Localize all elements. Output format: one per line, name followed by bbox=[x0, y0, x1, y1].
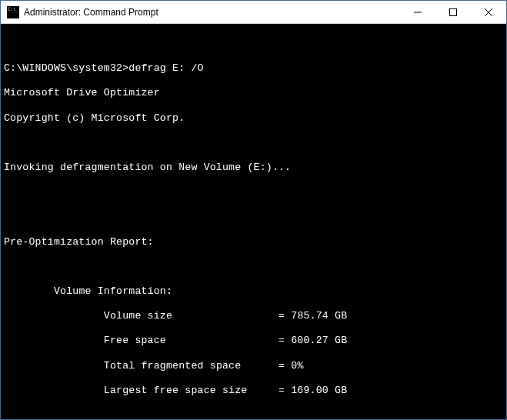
kv-row: Volume size = 785.74 GB bbox=[4, 310, 503, 322]
close-button[interactable] bbox=[471, 1, 506, 24]
blank-line bbox=[4, 409, 503, 419]
kv-row: Free space = 600.27 GB bbox=[4, 335, 503, 347]
titlebar[interactable]: Administrator: Command Prompt bbox=[1, 1, 506, 24]
blank-line bbox=[4, 261, 503, 273]
blank-line bbox=[4, 137, 503, 149]
kv-row: Total fragmented space = 0% bbox=[4, 360, 503, 372]
prompt-path: C:\WINDOWS\system32> bbox=[4, 62, 128, 74]
console-output[interactable]: C:\WINDOWS\system32>defrag E: /O Microso… bbox=[1, 24, 506, 419]
minimize-button[interactable] bbox=[400, 1, 435, 24]
command-text: defrag E: /O bbox=[128, 62, 203, 74]
blank-line bbox=[4, 186, 503, 198]
prompt-line: C:\WINDOWS\system32>defrag E: /O bbox=[4, 62, 503, 75]
volume-info-header: Volume Information: bbox=[4, 285, 503, 298]
pre-report-title: Pre-Optimization Report: bbox=[4, 236, 503, 248]
svg-rect-1 bbox=[450, 8, 457, 15]
copyright: Copyright (c) Microsoft Corp. bbox=[4, 112, 503, 125]
maximize-button[interactable] bbox=[435, 1, 471, 24]
blank-line bbox=[4, 38, 503, 50]
app-name: Microsoft Drive Optimizer bbox=[4, 87, 503, 99]
window-title: Administrator: Command Prompt bbox=[24, 7, 158, 18]
kv-row: Largest free space size = 169.00 GB bbox=[4, 385, 503, 397]
cmd-icon bbox=[7, 6, 19, 18]
blank-line bbox=[4, 211, 503, 223]
invoke-line: Invoking defragmentation on New Volume (… bbox=[4, 162, 503, 174]
